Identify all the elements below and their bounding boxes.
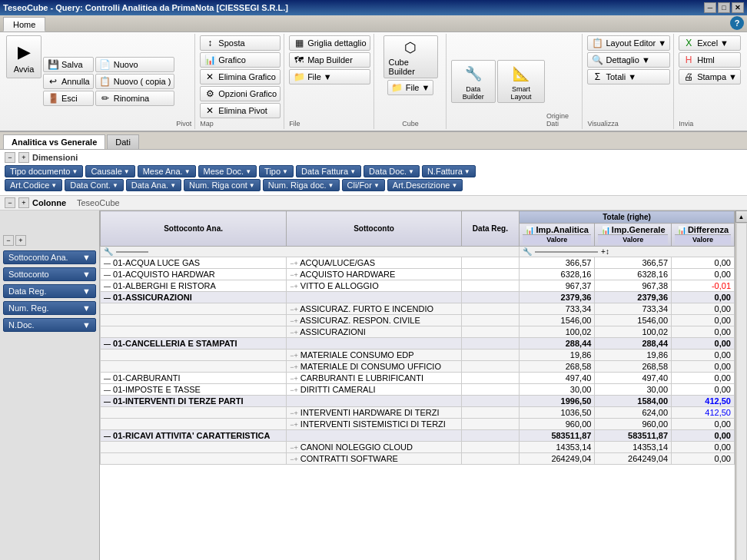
dim-causale[interactable]: Causale ▼ bbox=[85, 165, 134, 177]
table-row[interactable]: — 01-IMPOSTE E TASSE −+ DIRITTI CAMERALI… bbox=[101, 384, 735, 396]
salva-button[interactable]: 💾 Salva bbox=[43, 57, 94, 72]
dim-num-riga-cont[interactable]: Num. Riga cont ▼ bbox=[184, 179, 261, 191]
table-row[interactable]: — 01-RICAVI ATTIVITA' CARATTERISTICA 583… bbox=[101, 430, 735, 442]
filter-input-1[interactable] bbox=[116, 251, 148, 253]
cell-data-reg bbox=[461, 269, 519, 280]
opzioni-grafico-button[interactable]: ⚙ Opzioni Grafico bbox=[200, 86, 281, 101]
file-button[interactable]: 📁 File ▼ bbox=[289, 69, 370, 84]
dim-data-cont[interactable]: Data Cont. ▼ bbox=[65, 179, 124, 191]
map-builder-button[interactable]: 🗺 Map Builder bbox=[289, 52, 370, 68]
dim-num-riga-doc[interactable]: Num. Riga doc. ▼ bbox=[263, 179, 340, 191]
dim-art-codice[interactable]: Art.Codice ▼ bbox=[5, 179, 62, 191]
esci-button[interactable]: 🚪 Esci bbox=[43, 91, 94, 106]
data-grid[interactable]: Sottoconto Ana. Sottoconto Data Reg. Tot… bbox=[100, 210, 735, 560]
dim-row-1: Tipo documento ▼ Causale ▼ Mese Ana. ▼ M… bbox=[5, 165, 742, 177]
griglia-dettaglio-button[interactable]: ▦ Griglia dettaglio bbox=[289, 35, 370, 51]
scroll-up-btn[interactable]: ▲ bbox=[735, 210, 748, 223]
table-row[interactable]: −+ MATERIALE CONSUMO EDP 19,86 19,86 0,0… bbox=[101, 350, 735, 361]
dettaglio-button[interactable]: 🔍 Dettaglio ▼ bbox=[587, 52, 670, 68]
data-builder-button[interactable]: 🔧 Data Builder bbox=[451, 60, 496, 103]
table-row[interactable]: — 01-CANCELLERIA E STAMPATI 288,44 288,4… bbox=[101, 338, 735, 350]
vertical-scrollbar[interactable]: ▲ ▼ bbox=[735, 210, 747, 560]
dim-collapse-btn[interactable]: − bbox=[5, 152, 15, 163]
cell-data-reg bbox=[461, 257, 519, 269]
table-row[interactable]: −+ MATERIALE DI CONSUMO UFFICIO 268,58 2… bbox=[101, 361, 735, 373]
cube-file-button[interactable]: 📁 File ▼ bbox=[387, 80, 434, 95]
table-row[interactable]: — 01-INTERVENTI DI TERZE PARTI 1996,50 1… bbox=[101, 396, 735, 407]
table-row[interactable]: — 01-ASSICURAZIONI 2379,36 2379,36 0,00 bbox=[101, 292, 735, 303]
totali-button[interactable]: Σ Totali ▼ bbox=[587, 69, 670, 84]
cell-sottoconto-ana: — 01-CANCELLERIA E STAMPATI bbox=[101, 338, 287, 350]
table-row[interactable]: — 01-ACQUISTO HARDWAR −+ ACQUISTO HARDWA… bbox=[101, 269, 735, 280]
row-dim-sottoconto[interactable]: Sottoconto ▼ bbox=[3, 267, 96, 281]
row-dim-data-reg[interactable]: Data Reg. ▼ bbox=[3, 284, 96, 298]
table-row[interactable]: −+ CANONI NOLEGGIO CLOUD 14353,14 14353,… bbox=[101, 442, 735, 453]
elimina-pivot-button[interactable]: ✕ Elimina Pivot bbox=[200, 103, 281, 118]
tab-home[interactable]: Home bbox=[3, 17, 45, 31]
table-row[interactable]: −+ ASSICURAZ. RESPON. CIVILE 1546,00 154… bbox=[101, 315, 735, 326]
tab-dati[interactable]: Dati bbox=[107, 134, 139, 149]
table-row[interactable]: −+ ASSICURAZ. FURTO E INCENDIO 733,34 73… bbox=[101, 303, 735, 315]
dim-arrow-2: ▼ bbox=[124, 168, 130, 175]
dim-tipo-documento[interactable]: Tipo documento ▼ bbox=[5, 165, 83, 177]
map-group-label: Map bbox=[200, 120, 281, 128]
table-row[interactable]: −+ ASSICURAZIONI 100,02 100,02 0,00 bbox=[101, 326, 735, 338]
cube-builder-button[interactable]: ⬡ Cube Builder bbox=[383, 35, 438, 78]
restore-button[interactable]: □ bbox=[718, 2, 730, 13]
cell-sottoconto: −+ ACQUISTO HARDWARE bbox=[287, 269, 462, 280]
cell-sottoconto bbox=[287, 396, 462, 407]
layout-editor-button[interactable]: 📋 Layout Editor ▼ bbox=[587, 35, 670, 51]
row-collapse-btn[interactable]: − bbox=[3, 235, 14, 246]
cell-sottoconto-ana bbox=[101, 315, 287, 326]
cell-imp-anal: 1036,50 bbox=[520, 407, 595, 419]
dim-art-descrizione[interactable]: Art.Descrizione ▼ bbox=[387, 179, 463, 191]
cell-sottoconto bbox=[287, 430, 462, 442]
stampa-button[interactable]: 🖨 Stampa ▼ bbox=[679, 69, 741, 84]
minimize-button[interactable]: ─ bbox=[704, 2, 716, 13]
dim-data-ana[interactable]: Data Ana. ▼ bbox=[126, 179, 181, 191]
dim-expand-btn[interactable]: + bbox=[18, 152, 29, 163]
expand-icon: — bbox=[104, 340, 111, 348]
tab-analitica[interactable]: Analitica vs Generale bbox=[3, 134, 105, 149]
dim-cli-for[interactable]: Cli/For ▼ bbox=[342, 179, 385, 191]
dim-mese-doc[interactable]: Mese Doc. ▼ bbox=[198, 165, 257, 177]
col-collapse-btn[interactable]: − bbox=[5, 197, 15, 208]
table-row[interactable]: — 01-ALBERGHI E RISTORA −+ VITTO E ALLOG… bbox=[101, 280, 735, 292]
nuovo-copia-button[interactable]: 📋 Nuovo ( copia ) bbox=[95, 74, 175, 89]
main-area: Analitica vs Generale Dati − + Dimension… bbox=[0, 132, 747, 560]
dim-n-fattura[interactable]: N.Fattura ▼ bbox=[422, 165, 476, 177]
nuovo-button[interactable]: 📄 Nuovo bbox=[95, 57, 175, 72]
scroll-track[interactable] bbox=[736, 223, 747, 560]
esci-icon: 🚪 bbox=[47, 92, 59, 104]
row-dim-n-doc[interactable]: N.Doc. ▼ bbox=[3, 318, 96, 332]
dim-data-doc[interactable]: Data Doc. ▼ bbox=[364, 165, 420, 177]
col-expand-btn[interactable]: + bbox=[18, 197, 29, 208]
table-row[interactable]: — 01-CARBURANTI −+ CARBURANTI E LUBRIFIC… bbox=[101, 373, 735, 384]
sposta-button[interactable]: ↕ Sposta bbox=[200, 35, 281, 51]
dim-tipo[interactable]: Tipo ▼ bbox=[259, 165, 294, 177]
rinomina-button[interactable]: ✏ Rinomina bbox=[95, 91, 175, 106]
close-button[interactable]: ✕ bbox=[732, 2, 744, 13]
table-row[interactable]: — 01-ACQUA LUCE GAS −+ ACQUA/LUCE/GAS 36… bbox=[101, 257, 735, 269]
annulla-button[interactable]: ↩ Annulla bbox=[43, 74, 94, 89]
elimina-grafico-button[interactable]: ✕ Elimina Grafico bbox=[200, 69, 281, 84]
cell-data-reg bbox=[461, 373, 519, 384]
row-dim-sottoconto-ana[interactable]: Sottoconto Ana. ▼ bbox=[3, 250, 96, 264]
table-row[interactable]: −+ INTERVENTI HARDWARE DI TERZI 1036,50 … bbox=[101, 407, 735, 419]
avvia-button[interactable]: ▶ Avvia bbox=[6, 35, 42, 78]
window-controls[interactable]: ─ □ ✕ bbox=[704, 2, 744, 13]
help-button[interactable]: ? bbox=[730, 16, 744, 30]
smart-layout-button[interactable]: 📐 Smart Layout bbox=[497, 60, 545, 103]
cell-sottoconto-ana bbox=[101, 350, 287, 361]
html-button[interactable]: H Html bbox=[679, 52, 741, 68]
grafico-button[interactable]: 📊 Grafico bbox=[200, 52, 281, 68]
table-row[interactable]: −+ INTERVENTI SISTEMISTICI DI TERZI 960,… bbox=[101, 419, 735, 430]
dim-mese-ana[interactable]: Mese Ana. ▼ bbox=[138, 165, 196, 177]
row-dim-num-reg[interactable]: Num. Reg. ▼ bbox=[3, 301, 96, 315]
row-expand-btn[interactable]: + bbox=[15, 235, 26, 246]
table-row[interactable]: −+ CONTRATTI SOFTWARE 264249,04 264249,0… bbox=[101, 453, 735, 465]
filter-input-2[interactable] bbox=[535, 251, 598, 253]
excel-button[interactable]: X Excel ▼ bbox=[679, 35, 741, 51]
dim-data-fattura[interactable]: Data Fattura ▼ bbox=[296, 165, 361, 177]
expand-icon: — bbox=[104, 398, 111, 406]
